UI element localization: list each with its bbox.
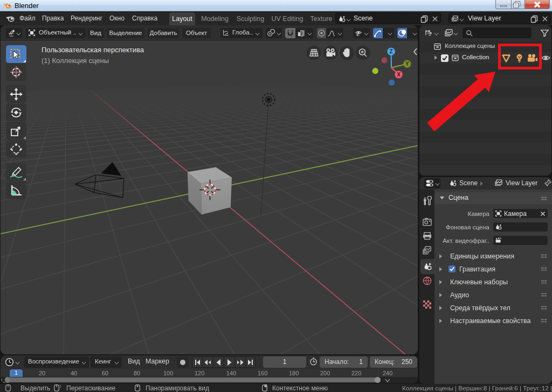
svg-text:Y: Y (405, 61, 409, 67)
svg-text:X: X (397, 72, 401, 78)
svg-text:Z: Z (390, 48, 393, 54)
